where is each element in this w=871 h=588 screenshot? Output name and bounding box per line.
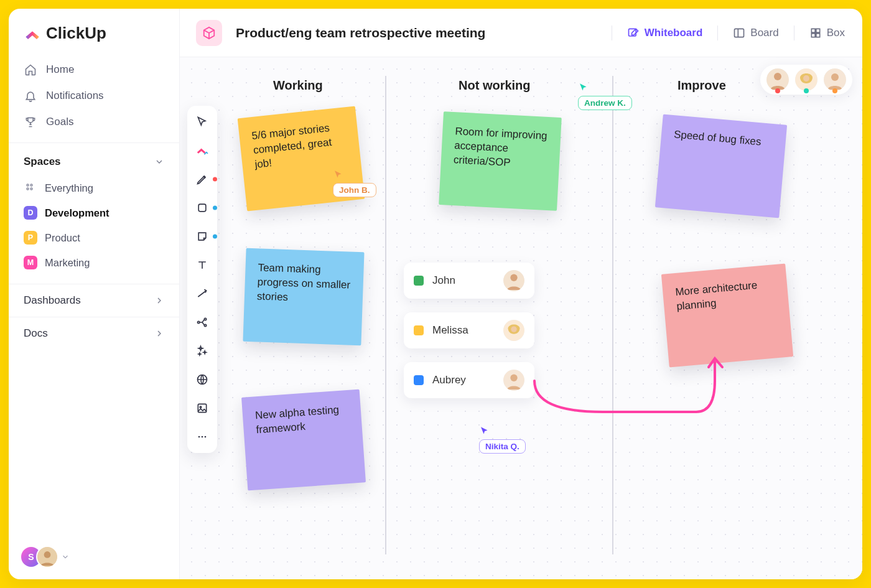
profile-cluster[interactable]: S xyxy=(20,546,70,568)
docs-toggle[interactable]: Docs xyxy=(9,317,179,350)
svg-point-0 xyxy=(27,184,29,186)
topbar: Product/eng team retrospective meeting W… xyxy=(180,9,862,57)
divider xyxy=(794,26,794,40)
divider xyxy=(717,26,718,40)
dashboards-label: Dashboards xyxy=(24,294,81,307)
page-title: Product/eng team retrospective meeting xyxy=(236,26,485,40)
live-cursor-andrew: Andrew K. xyxy=(578,82,632,110)
person-name: Melissa xyxy=(432,324,468,337)
docs-label: Docs xyxy=(24,327,48,340)
view-box[interactable]: Box xyxy=(808,24,846,42)
svg-point-13 xyxy=(774,73,781,80)
presence-dot xyxy=(775,88,780,93)
tool-clickup[interactable] xyxy=(193,142,211,159)
space-label: Everything xyxy=(45,182,93,194)
spaces-toggle[interactable]: Spaces xyxy=(9,152,179,172)
space-badge: P xyxy=(24,231,37,245)
person-card[interactable]: Melissa xyxy=(404,312,534,348)
collaborators[interactable] xyxy=(760,65,852,95)
chevron-right-icon xyxy=(154,329,164,338)
sticky-note[interactable]: Room for improving acceptance criteria/S… xyxy=(439,111,562,211)
view-label: Whiteboard xyxy=(645,27,703,39)
person-avatar xyxy=(503,320,524,341)
primary-nav: Home Notifications Goals xyxy=(9,54,179,142)
app-frame: ClickUp Home Notifications Goals Spaces xyxy=(9,9,862,579)
view-whiteboard[interactable]: Whiteboard xyxy=(626,24,704,42)
cursor-label: Nikita Q. xyxy=(479,439,526,454)
main-area: Product/eng team retrospective meeting W… xyxy=(180,9,862,579)
nav-notifications-label: Notifications xyxy=(46,90,104,102)
status-chip xyxy=(414,325,424,335)
person-avatar xyxy=(503,370,524,391)
sticky-note[interactable]: Speed of bug fixes xyxy=(655,114,787,218)
tool-web[interactable] xyxy=(193,371,211,388)
sticky-note[interactable]: Team making progress on smaller stories xyxy=(243,248,364,346)
tool-connector[interactable] xyxy=(193,285,211,302)
svg-rect-7 xyxy=(735,29,744,37)
trophy-icon xyxy=(24,115,37,129)
nav-notifications[interactable]: Notifications xyxy=(17,83,170,109)
spaces-label: Spaces xyxy=(24,156,61,168)
svg-point-5 xyxy=(44,551,51,558)
column-divider xyxy=(385,76,386,554)
svg-point-33 xyxy=(510,375,517,381)
chevron-down-icon xyxy=(154,157,164,167)
svg-rect-10 xyxy=(811,33,815,37)
space-product[interactable]: P Product xyxy=(17,225,170,250)
whiteboard-icon xyxy=(627,27,640,39)
person-card[interactable]: Aubrey xyxy=(404,362,534,398)
presence-dot xyxy=(832,88,837,93)
nav-goals[interactable]: Goals xyxy=(17,109,170,135)
person-card[interactable]: John xyxy=(404,263,534,299)
page-icon[interactable] xyxy=(196,20,222,46)
svg-rect-9 xyxy=(816,29,820,32)
tool-ai[interactable] xyxy=(193,342,211,360)
svg-point-2 xyxy=(27,188,29,190)
app-logo[interactable]: ClickUp xyxy=(9,9,179,54)
whiteboard-toolbar xyxy=(187,106,217,453)
sticky-note[interactable]: New alpha testing framework xyxy=(241,390,366,491)
tool-pen[interactable] xyxy=(193,170,211,188)
view-board[interactable]: Board xyxy=(732,24,780,42)
dashboards-toggle[interactable]: Dashboards xyxy=(9,284,179,317)
nav-home[interactable]: Home xyxy=(17,57,170,83)
tool-text[interactable] xyxy=(193,256,211,274)
tool-more[interactable] xyxy=(193,428,211,446)
space-marketing[interactable]: M Marketing xyxy=(17,250,170,275)
svg-point-15 xyxy=(803,75,809,82)
board-icon xyxy=(733,27,745,39)
collab-avatar[interactable] xyxy=(824,68,846,91)
space-development[interactable]: D Development xyxy=(17,200,170,225)
collab-avatar[interactable] xyxy=(766,68,789,91)
clickup-logo-icon xyxy=(24,25,41,42)
space-badge: D xyxy=(24,206,37,220)
sticky-note[interactable]: 5/6 major stories completed, great job! xyxy=(238,106,365,211)
status-chip xyxy=(414,276,424,286)
space-everything[interactable]: Everything xyxy=(17,175,170,200)
space-badge: M xyxy=(24,256,37,269)
person-name: John xyxy=(432,274,455,287)
collab-avatar[interactable] xyxy=(795,68,817,91)
tool-shape[interactable] xyxy=(193,199,211,217)
svg-rect-18 xyxy=(198,204,206,212)
tool-image[interactable] xyxy=(193,399,211,417)
sticky-note[interactable]: More architecture planning xyxy=(661,264,793,368)
tool-mindmap[interactable] xyxy=(193,314,211,331)
view-tabs: Whiteboard Board Box xyxy=(612,24,846,42)
col-header-working: Working xyxy=(273,78,323,93)
spaces-section: Spaces Everything D Development P Produc… xyxy=(9,142,179,284)
person-name: Aubrey xyxy=(432,374,466,386)
nav-home-label: Home xyxy=(46,63,74,76)
tool-select[interactable] xyxy=(193,113,211,131)
person-avatar xyxy=(503,270,524,291)
svg-rect-23 xyxy=(198,404,206,412)
space-label: Development xyxy=(45,207,109,219)
svg-point-29 xyxy=(510,274,517,281)
cube-icon xyxy=(202,26,216,40)
tool-sticky[interactable] xyxy=(193,228,211,245)
connector-arrow[interactable] xyxy=(528,356,727,431)
app-name: ClickUp xyxy=(46,24,106,43)
space-label: Marketing xyxy=(45,257,90,269)
whiteboard-canvas[interactable]: Working Not working Improve 5/ xyxy=(180,57,862,579)
svg-point-26 xyxy=(202,436,203,438)
